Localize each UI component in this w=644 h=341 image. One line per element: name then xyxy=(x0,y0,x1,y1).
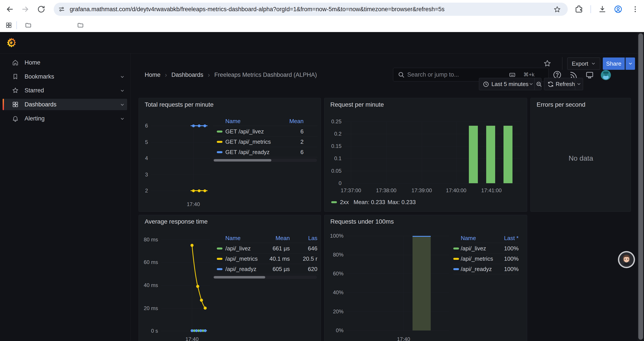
folder-icon xyxy=(25,22,32,29)
legend-series-name[interactable]: 2xx xyxy=(340,199,349,205)
legend-row-value: 6 xyxy=(270,128,304,135)
legend-row-name[interactable]: GET /api/_readyz xyxy=(225,149,270,155)
breadcrumb-home[interactable]: Home xyxy=(145,72,160,78)
screenshot-root: grafana.mathmast.com/d/deytv4rwavabkb/fr… xyxy=(0,0,644,341)
refresh-label: Refresh xyxy=(556,78,575,90)
refresh-button[interactable]: Refresh xyxy=(544,78,583,90)
export-button[interactable]: Export xyxy=(567,58,600,70)
time-range-picker[interactable]: Last 5 minutes xyxy=(479,78,542,90)
back-icon[interactable] xyxy=(6,5,14,14)
legend-row-name[interactable]: GET /api/_livez xyxy=(225,128,264,135)
series-color-pill[interactable] xyxy=(453,258,459,260)
download-icon[interactable] xyxy=(598,5,607,14)
grafana-logo-icon[interactable] xyxy=(6,37,17,48)
url-text[interactable]: grafana.mathmast.com/d/deytv4rwavabkb/fr… xyxy=(70,3,444,16)
gridline xyxy=(346,330,449,331)
panel-request-per-minute[interactable]: Request per minute 0.25 0.2 0.15 0.1 0.0… xyxy=(324,98,527,212)
legend-row-value: 100% xyxy=(489,266,518,272)
gridline xyxy=(422,122,422,183)
legend-row-name[interactable]: /api/_livez xyxy=(225,245,251,252)
legend-row-name[interactable]: /api/_metrics xyxy=(225,255,258,262)
breadcrumb-dashboards[interactable]: Dashboards xyxy=(172,72,204,78)
bar-top-line xyxy=(412,236,431,237)
site-settings-icon[interactable] xyxy=(58,6,65,13)
page-scrollbar-thumb[interactable] xyxy=(638,33,643,340)
bar-2xx xyxy=(504,126,512,183)
legend-header-last[interactable]: Last * xyxy=(489,235,518,241)
legend-row-name[interactable]: GET /api/_metrics xyxy=(225,138,271,145)
panel-requests-under-100ms[interactable]: Requests under 100ms 100% 80% 60% 40% 20… xyxy=(324,215,527,341)
legend-scrollbar-track[interactable] xyxy=(213,276,317,279)
share-menu-button[interactable] xyxy=(625,58,635,70)
favorite-star-icon[interactable] xyxy=(543,59,552,68)
chevron-down-icon[interactable] xyxy=(576,82,581,87)
series-color-pill[interactable] xyxy=(217,268,222,270)
series-color-pill[interactable] xyxy=(217,131,222,133)
chevron-down-icon[interactable] xyxy=(120,102,125,108)
chevron-down-icon[interactable] xyxy=(120,74,125,80)
share-button[interactable]: Share xyxy=(603,58,625,70)
forward-icon[interactable] xyxy=(21,5,30,14)
sidebar-item-dashboards[interactable]: Dashboards xyxy=(3,99,127,110)
legend-header-mean[interactable]: Mean xyxy=(270,118,304,124)
legend-header-name[interactable]: Name xyxy=(461,235,476,241)
series-color-pill[interactable] xyxy=(331,201,337,203)
series-color-pill[interactable] xyxy=(217,151,222,153)
profile-icon[interactable] xyxy=(614,5,622,14)
series-color-pill[interactable] xyxy=(453,268,459,270)
browser-menu-icon[interactable] xyxy=(631,5,639,13)
bookmarks-bar: Freeleaps 收藏博客 xyxy=(0,19,644,32)
bar-2xx xyxy=(486,126,495,183)
bookmark-star-icon[interactable] xyxy=(554,6,561,13)
no-data-message: No data xyxy=(531,154,631,162)
star-icon xyxy=(12,87,19,94)
series-color-pill[interactable] xyxy=(217,141,222,143)
sidebar-item-home[interactable]: Home xyxy=(3,57,127,68)
grafana-header: Grafana Home › Dashboards › Freeleaps Me… xyxy=(0,32,644,54)
x-tick: 17:40 xyxy=(182,201,204,207)
bookmark-icon xyxy=(12,73,19,80)
legend-row-mean: 661 µs xyxy=(257,245,290,252)
series-color-pill[interactable] xyxy=(217,247,222,249)
reload-icon[interactable] xyxy=(37,5,46,14)
sidebar-item-starred[interactable]: Starred xyxy=(3,85,127,96)
series-color-pill[interactable] xyxy=(217,258,222,260)
data-point xyxy=(192,124,195,127)
legend-divider xyxy=(213,264,318,264)
legend-scrollbar-thumb[interactable] xyxy=(214,159,271,162)
legend-row-name[interactable]: /api/_readyz xyxy=(461,266,492,272)
sidebar-item-alerting[interactable]: Alerting xyxy=(3,113,127,124)
legend-row-name[interactable]: /api/_metrics xyxy=(461,255,493,262)
legend-scrollbar-thumb[interactable] xyxy=(214,276,265,278)
assistant-avatar[interactable] xyxy=(618,251,635,268)
sidebar-nav: Home Bookmarks Starred Dashboa xyxy=(0,54,131,341)
legend-row-name[interactable]: /api/_readyz xyxy=(225,266,256,272)
apps-grid-icon[interactable] xyxy=(5,22,12,29)
page-scrollbar-track[interactable] xyxy=(638,32,644,341)
monitor-icon[interactable] xyxy=(585,71,594,80)
user-avatar[interactable] xyxy=(600,70,611,80)
legend-scrollbar-track[interactable] xyxy=(213,159,317,162)
legend-row-value: 6 xyxy=(270,149,304,155)
legend-header-mean[interactable]: Mean xyxy=(257,235,290,241)
legend-header-name[interactable]: Name xyxy=(225,118,240,124)
legend-header-last[interactable]: Las xyxy=(292,235,318,241)
toolbar-divider xyxy=(562,57,562,70)
bar-2xx xyxy=(469,126,478,183)
panel-errors-per-second[interactable]: Errors per second No data xyxy=(530,98,631,212)
panel-average-response-time[interactable]: Average response time 80 ms 60 ms 40 ms … xyxy=(138,215,321,341)
legend-header-name[interactable]: Name xyxy=(225,235,240,241)
share-label: Share xyxy=(606,60,621,67)
export-label: Export xyxy=(572,60,588,67)
series-color-pill[interactable] xyxy=(453,247,459,249)
zoom-out-icon[interactable] xyxy=(536,81,542,88)
legend-row-name[interactable]: /api/_livez xyxy=(461,245,486,252)
search-placeholder: Search or jump to... xyxy=(407,68,459,81)
chevron-down-icon[interactable] xyxy=(120,116,125,122)
chevron-down-icon[interactable] xyxy=(120,88,125,94)
extensions-icon[interactable] xyxy=(574,5,583,14)
panel-total-requests[interactable]: Total requests per minute 6 5 4 3 2 17:4… xyxy=(138,98,321,212)
legend-divider xyxy=(453,274,518,274)
bell-icon xyxy=(12,115,19,122)
sidebar-item-bookmarks[interactable]: Bookmarks xyxy=(3,71,127,82)
